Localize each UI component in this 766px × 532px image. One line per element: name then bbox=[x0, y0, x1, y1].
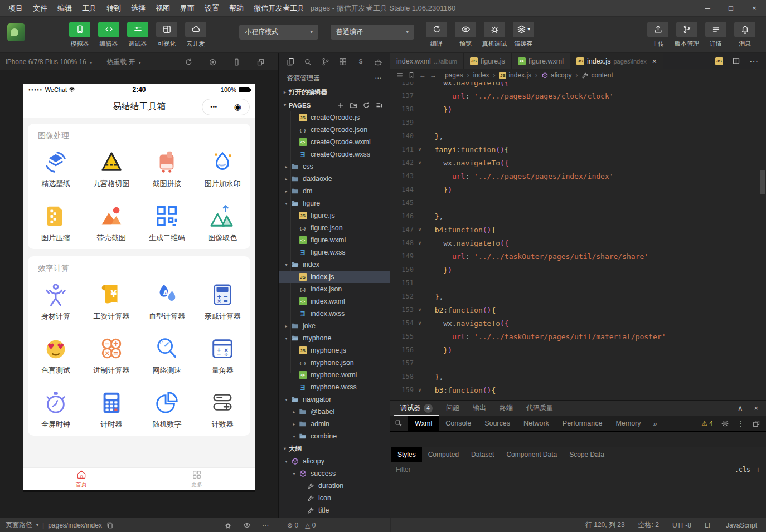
close-icon[interactable]: × bbox=[652, 57, 657, 65]
app-item-colorpick[interactable]: 图像取色 bbox=[195, 195, 250, 249]
phone2-icon[interactable] bbox=[232, 58, 241, 66]
tree-item-index[interactable]: ▾ index bbox=[279, 258, 390, 271]
tree-item-joke[interactable]: ▸ joke bbox=[279, 320, 390, 332]
debugger-tab-输出[interactable]: 输出 bbox=[466, 401, 493, 416]
menu-item-6[interactable]: 视图 bbox=[151, 3, 175, 13]
tabbar-item-more[interactable]: 更多 bbox=[139, 468, 255, 490]
activity-files-icon[interactable] bbox=[286, 57, 295, 66]
code-editor[interactable]: 136 wx.navigateTo({ 137 url: '../../page… bbox=[390, 82, 766, 400]
tree-item--babel[interactable]: ▸ @babel bbox=[279, 406, 390, 418]
fold-icon[interactable]: ∨ bbox=[414, 160, 426, 165]
app-item-timer[interactable]: 计时器 bbox=[84, 382, 139, 436]
app-item-salary[interactable]: ¥ 工资计算器 bbox=[84, 274, 139, 328]
app-item-ninegrid[interactable]: 九宫格切图 bbox=[84, 141, 139, 195]
tree-item-navigator[interactable]: ▾ navigator bbox=[279, 393, 390, 406]
kebab-menu-icon[interactable]: ⋮ bbox=[737, 419, 744, 428]
tree-item-daxiaoxie[interactable]: ▸ daxiaoxie bbox=[279, 173, 390, 185]
back-icon[interactable]: ← bbox=[419, 71, 426, 79]
app-item-wallpaper[interactable]: 精选壁纸 bbox=[28, 141, 84, 195]
breadcrumb-content[interactable]: content bbox=[581, 71, 613, 79]
版本管理-button[interactable]: 版本管理 bbox=[673, 22, 701, 48]
newfolder-icon[interactable] bbox=[350, 101, 357, 109]
tree-item-myphone-wxss[interactable]: Ǝ myphone.wxss bbox=[279, 381, 390, 393]
cursor-position[interactable]: 行 120, 列 23 bbox=[585, 520, 625, 530]
tree-item-figure-wxml[interactable]: <> figure.wxml bbox=[279, 234, 390, 246]
gear-icon[interactable] bbox=[721, 419, 729, 428]
devtools-tab-wxml[interactable]: Wxml bbox=[408, 416, 439, 431]
capsule-menu-button[interactable]: ••• bbox=[202, 104, 226, 110]
tree-item-title[interactable]: title bbox=[279, 504, 390, 516]
tree-item-admin[interactable]: ▸ admin bbox=[279, 418, 390, 430]
fold-icon[interactable]: ∨ bbox=[414, 227, 426, 232]
compile-mode-select[interactable]: 普通编译 ▾ bbox=[331, 25, 414, 40]
more-icon[interactable]: ⋯ bbox=[262, 521, 269, 529]
app-item-relative[interactable]: +−×= 亲戚计算器 bbox=[195, 274, 250, 328]
tree-item-createqrcode-wxml[interactable]: <> createQrcode.wxml bbox=[279, 136, 390, 148]
fold-icon[interactable]: ∨ bbox=[414, 147, 426, 152]
activity-blocks-icon[interactable] bbox=[338, 57, 347, 66]
styles-tab-component-data[interactable]: Component Data bbox=[500, 447, 563, 462]
menu-item-9[interactable]: 帮助 bbox=[224, 3, 249, 13]
debugger-tab-代码质量[interactable]: 代码质量 bbox=[520, 401, 560, 416]
activity-search-icon[interactable] bbox=[303, 57, 312, 66]
more-actions-icon[interactable]: ⋯ bbox=[749, 56, 758, 66]
devtools-tab-network[interactable]: Network bbox=[517, 416, 556, 431]
app-item-qrcode[interactable]: 生成二维码 bbox=[139, 195, 195, 249]
styles-tab-dataset[interactable]: Dataset bbox=[465, 447, 500, 462]
详情-button[interactable]: 详情 bbox=[702, 22, 730, 48]
app-item-speed[interactable]: 网络测速 bbox=[139, 328, 195, 382]
可视化-button[interactable]: 可视化 bbox=[153, 22, 181, 48]
app-item-shellshot[interactable]: 带壳截图 bbox=[84, 195, 139, 249]
more-actions-icon[interactable]: ⋯ bbox=[375, 74, 382, 82]
menu-item-7[interactable]: 界面 bbox=[175, 3, 200, 13]
activity-teapot-icon[interactable] bbox=[374, 57, 382, 66]
vconsole-icon[interactable] bbox=[224, 521, 232, 529]
hot-reload-toggle[interactable]: 热重载 开 ▾ bbox=[106, 57, 141, 67]
language-mode[interactable]: JavaScript bbox=[726, 521, 757, 529]
cls-button[interactable]: .cls bbox=[735, 466, 750, 474]
editor-tab-index-js[interactable]: JSindex.js pages\index × bbox=[570, 53, 663, 69]
mode-select[interactable]: 小程序模式 ▾ bbox=[239, 25, 318, 40]
inspect-element-icon[interactable] bbox=[390, 416, 408, 431]
record-icon[interactable] bbox=[209, 58, 217, 66]
styles-tab-scope-data[interactable]: Scope Data bbox=[563, 447, 610, 462]
编译-button[interactable]: 编译 bbox=[423, 22, 450, 48]
refresh-icon[interactable] bbox=[362, 101, 370, 109]
tree-item-figure[interactable]: ▾ figure bbox=[279, 197, 390, 209]
fold-icon[interactable]: ∨ bbox=[414, 387, 426, 393]
filter-input[interactable]: Filter bbox=[396, 466, 411, 474]
tree-item-createqrcode-json[interactable]: {..} createQrcode.json bbox=[279, 124, 390, 136]
device-select[interactable]: iPhone 6/7/8 Plus 100% 16 ▾ bbox=[6, 58, 92, 66]
fold-icon[interactable]: ∨ bbox=[414, 240, 426, 246]
app-item-blood[interactable]: A 血型计算器 bbox=[139, 274, 195, 328]
maximize-button[interactable]: □ bbox=[719, 0, 743, 17]
app-item-random[interactable]: 随机数字 bbox=[139, 382, 195, 436]
collapse-panel-icon[interactable]: ∧ bbox=[738, 404, 743, 412]
debugger-tab-调试器[interactable]: 调试器4 bbox=[394, 401, 439, 416]
tree-item-alicopy[interactable]: ▾ alicopy bbox=[279, 455, 390, 467]
pages-section-header[interactable]: ▾ PAGES bbox=[279, 99, 390, 111]
editor-tab-figure-wxml[interactable]: <>figure.wxml bbox=[512, 53, 570, 69]
tree-item-dm[interactable]: ▸ dm bbox=[279, 185, 390, 197]
devtools-tab-memory[interactable]: Memory bbox=[609, 416, 647, 431]
tree-item-myphone-js[interactable]: JS myphone.js bbox=[279, 344, 390, 357]
模拟器-button[interactable]: 模拟器 bbox=[66, 22, 94, 48]
tree-item-index-js[interactable]: JS index.js bbox=[279, 271, 390, 283]
tree-item-success[interactable]: ▾ success bbox=[279, 467, 390, 480]
problems-summary[interactable]: ⊗ 0 △ 0 bbox=[279, 518, 390, 532]
undock-icon[interactable] bbox=[752, 419, 760, 428]
eol[interactable]: LF bbox=[705, 521, 712, 529]
devtools-tab-performance[interactable]: Performance bbox=[556, 416, 609, 431]
清缓存-button[interactable]: ▾ 清缓存 bbox=[510, 22, 537, 48]
menu-item-1[interactable]: 文件 bbox=[28, 3, 52, 13]
tree-item-figure-wxss[interactable]: Ǝ figure.wxss bbox=[279, 246, 390, 258]
forward-icon[interactable]: → bbox=[430, 71, 437, 79]
close-panel-icon[interactable]: × bbox=[754, 404, 758, 412]
debugger-tab-终端[interactable]: 终端 bbox=[493, 401, 520, 416]
scrollbar[interactable] bbox=[760, 170, 765, 194]
app-item-base[interactable]: −+×= 进制计算器 bbox=[84, 328, 139, 382]
tree-item-index-json[interactable]: {..} index.json bbox=[279, 283, 390, 295]
真机调试-button[interactable]: 真机调试 bbox=[481, 22, 508, 48]
activity-branch-icon[interactable] bbox=[321, 57, 330, 66]
menu-item-4[interactable]: 转到 bbox=[101, 3, 126, 13]
